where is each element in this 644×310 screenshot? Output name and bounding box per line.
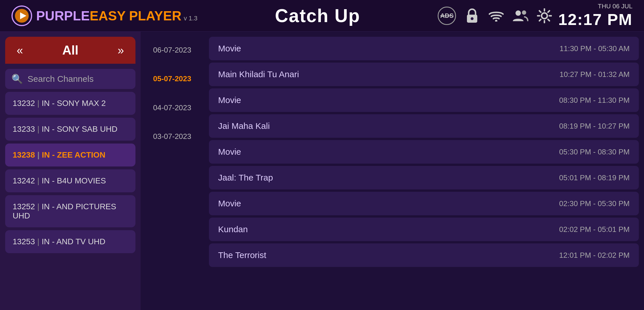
program-item[interactable]: Movie05:30 PM - 08:30 PM [209, 140, 639, 164]
search-icon: 🔍 [11, 73, 23, 84]
channel-item[interactable]: 13238|IN - ZEE ACTION [5, 144, 135, 166]
date-item[interactable]: 04-07-2023 [143, 94, 201, 121]
sidebar: « All » 🔍 ✕ 13232|IN - SONY MAX 213233|I… [0, 32, 141, 310]
program-title: Movie [218, 199, 241, 208]
logo-version: v 1.3 [184, 15, 197, 22]
program-time: 12:01 PM - 02:02 PM [559, 251, 630, 260]
program-item[interactable]: Movie02:30 PM - 05:30 PM [209, 192, 639, 215]
program-title: Main Khiladi Tu Anari [218, 69, 299, 79]
logo-icon [11, 5, 32, 26]
topbar-center: Catch Up [197, 5, 438, 26]
program-title: Movie [218, 147, 241, 157]
topbar: PURPLEEASY PLAYERv 1.3 Catch Up ADS [0, 0, 644, 32]
program-item[interactable]: Jai Maha Kali08:19 PM - 10:27 PM [209, 114, 639, 138]
search-input[interactable] [28, 74, 137, 84]
svg-point-4 [471, 17, 474, 20]
date-display: THU 06 JUL [598, 3, 633, 10]
date-item[interactable]: 03-07-2023 [143, 123, 201, 150]
program-time: 02:30 PM - 05:30 PM [559, 199, 630, 208]
program-item[interactable]: Main Khiladi Tu Anari10:27 PM - 01:32 AM [209, 63, 639, 86]
date-item[interactable]: 06-07-2023 [143, 37, 201, 63]
channel-list: 13232|IN - SONY MAX 213233|IN - SONY SAB… [0, 92, 141, 310]
channel-item[interactable]: 13253|IN - AND TV UHD [5, 230, 135, 253]
time-display: 12:17 PM [558, 10, 633, 29]
sidebar-header: « All » [5, 37, 135, 64]
program-time: 05:01 PM - 08:19 PM [559, 173, 630, 182]
program-item[interactable]: Jaal: The Trap05:01 PM - 08:19 PM [209, 166, 639, 189]
logo-text: PURPLEEASY PLAYERv 1.3 [36, 8, 197, 24]
channel-item[interactable]: 13232|IN - SONY MAX 2 [5, 92, 135, 115]
program-title: The Terrorist [218, 250, 266, 260]
users-icon[interactable] [512, 8, 528, 24]
category-label: All [62, 43, 78, 57]
datetime-area: THU 06 JUL 12:17 PM [558, 3, 633, 29]
logo-orange: EASY PLAYER [90, 8, 182, 23]
svg-point-6 [515, 10, 521, 16]
search-box: 🔍 ✕ [5, 69, 135, 89]
channel-item[interactable]: 13252|IN - AND PICTURES UHD [5, 195, 135, 227]
logo-area: PURPLEEASY PLAYERv 1.3 [11, 5, 197, 26]
lock-icon[interactable] [464, 8, 480, 24]
program-time: 02:02 PM - 05:01 PM [559, 225, 630, 234]
main-content: « All » 🔍 ✕ 13232|IN - SONY MAX 213233|I… [0, 32, 644, 310]
ads-icon[interactable]: ADS [438, 7, 456, 25]
program-title: Jaal: The Trap [218, 173, 273, 183]
program-item[interactable]: Movie11:30 PM - 05:30 AM [209, 37, 639, 60]
program-time: 10:27 PM - 01:32 AM [560, 70, 630, 79]
svg-point-7 [522, 10, 526, 15]
program-time: 08:19 PM - 10:27 PM [559, 122, 630, 131]
program-list: Movie11:30 PM - 05:30 AMMain Khiladi Tu … [204, 32, 644, 310]
date-item[interactable]: 05-07-2023 [143, 65, 201, 92]
program-title: Kundan [218, 224, 248, 234]
channel-item[interactable]: 13233|IN - SONY SAB UHD [5, 118, 135, 141]
channel-item[interactable]: 13242|IN - B4U MOVIES [5, 169, 135, 192]
program-time: 05:30 PM - 08:30 PM [559, 148, 630, 156]
logo-purple: PURPLE [36, 8, 90, 23]
program-item[interactable]: Movie08:30 PM - 11:30 PM [209, 88, 639, 112]
date-panel: 06-07-202305-07-202304-07-202303-07-2023 [141, 32, 204, 310]
svg-point-8 [542, 13, 547, 19]
program-title: Movie [218, 95, 241, 105]
settings-icon[interactable] [536, 8, 552, 24]
program-time: 11:30 PM - 05:30 AM [560, 44, 630, 53]
program-item[interactable]: The Terrorist12:01 PM - 02:02 PM [209, 243, 639, 267]
topbar-icons: ADS [438, 7, 552, 25]
program-time: 08:30 PM - 11:30 PM [559, 96, 630, 105]
wifi-icon[interactable] [488, 8, 504, 24]
next-category-button[interactable]: » [115, 44, 127, 57]
program-title: Jai Maha Kali [218, 121, 270, 131]
program-title: Movie [218, 44, 241, 53]
prev-category-button[interactable]: « [14, 44, 26, 57]
page-title: Catch Up [275, 5, 360, 26]
program-item[interactable]: Kundan02:02 PM - 05:01 PM [209, 218, 639, 241]
svg-point-5 [495, 20, 497, 22]
